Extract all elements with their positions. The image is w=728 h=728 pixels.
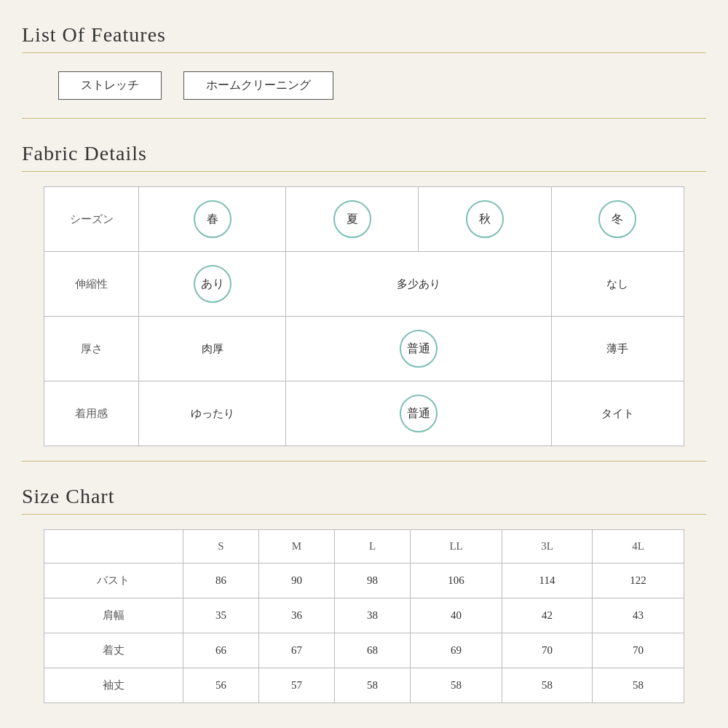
fabric-cell-fit-tight: タイト <box>551 381 684 446</box>
size-length-3l: 70 <box>502 633 592 668</box>
size-header-l: L <box>335 530 411 563</box>
features-section: List Of Features ストレッチ ホームクリーニング <box>22 15 706 119</box>
size-label-bust: バスト <box>44 563 183 598</box>
elasticity-circle: あり <box>194 265 232 303</box>
fabric-title: Fabric Details <box>22 133 706 171</box>
fabric-row-header-thickness: 厚さ <box>44 317 139 381</box>
size-divider <box>22 514 706 515</box>
size-row-bust: バスト 86 90 98 106 114 122 <box>44 563 684 598</box>
size-sleeve-l: 58 <box>335 668 411 703</box>
fabric-bottom-divider <box>22 461 706 462</box>
fabric-cell-fit-yuttari: ゆったり <box>139 381 286 446</box>
size-bust-l: 98 <box>335 563 411 598</box>
fabric-cell-elasticity-ari: あり <box>139 252 286 317</box>
size-length-l: 68 <box>335 633 411 668</box>
thickness-circle: 普通 <box>400 330 438 368</box>
size-label-shoulder: 肩幅 <box>44 598 183 633</box>
size-header-ll: LL <box>411 530 502 563</box>
fit-circle: 普通 <box>400 395 438 432</box>
size-sleeve-s: 56 <box>183 668 258 703</box>
fabric-section: Fabric Details シーズン 春 夏 秋 冬 <box>22 133 706 462</box>
size-title: Size Chart <box>22 476 706 514</box>
size-row-shoulder: 肩幅 35 36 38 40 42 43 <box>44 598 684 633</box>
size-shoulder-l: 38 <box>335 598 411 633</box>
fabric-row-header-season: シーズン <box>44 187 139 252</box>
fabric-row-thickness: 厚さ 肉厚 普通 薄手 <box>44 317 684 381</box>
bottom-text: At <box>22 718 706 728</box>
size-length-ll: 69 <box>411 633 502 668</box>
size-shoulder-s: 35 <box>183 598 258 633</box>
features-tags-container: ストレッチ ホームクリーニング <box>22 53 706 118</box>
features-divider-bottom <box>22 118 706 119</box>
size-bust-4l: 122 <box>593 563 684 598</box>
size-bust-ll: 106 <box>411 563 502 598</box>
size-sleeve-4l: 58 <box>593 668 684 703</box>
feature-tag-cleaning: ホームクリーニング <box>183 71 333 100</box>
season-winter-circle: 冬 <box>598 200 636 238</box>
feature-tag-stretch: ストレッチ <box>58 71 162 100</box>
fabric-cell-winter: 冬 <box>551 187 684 252</box>
size-header-m: M <box>258 530 334 563</box>
size-label-length: 着丈 <box>44 633 183 668</box>
size-shoulder-4l: 43 <box>593 598 684 633</box>
size-shoulder-m: 36 <box>258 598 334 633</box>
size-label-sleeve: 袖丈 <box>44 668 183 703</box>
fabric-cell-thickness-usute: 薄手 <box>551 317 684 381</box>
fabric-cell-fit-futsu: 普通 <box>286 381 552 446</box>
season-autumn-circle: 秋 <box>466 200 504 238</box>
fabric-cell-elasticity-nashi: なし <box>551 252 684 317</box>
fabric-row-elasticity: 伸縮性 あり 多少あり なし <box>44 252 684 317</box>
size-header-4l: 4L <box>593 530 684 563</box>
size-table: S M L LL 3L 4L バスト 86 90 98 106 114 122 … <box>44 529 684 703</box>
fabric-cell-summer: 夏 <box>286 187 419 252</box>
fabric-table: シーズン 春 夏 秋 冬 伸縮性 あり 多少あ <box>44 186 684 446</box>
size-header-row: S M L LL 3L 4L <box>44 530 684 563</box>
size-header-3l: 3L <box>502 530 592 563</box>
fabric-row-fit: 着用感 ゆったり 普通 タイト <box>44 381 684 446</box>
size-bust-m: 90 <box>258 563 334 598</box>
fabric-cell-elasticity-tasho: 多少あり <box>286 252 552 317</box>
size-header-s: S <box>183 530 258 563</box>
size-length-4l: 70 <box>593 633 684 668</box>
size-bust-s: 86 <box>183 563 258 598</box>
fabric-cell-autumn: 秋 <box>419 187 551 252</box>
fabric-divider <box>22 171 706 172</box>
size-section: Size Chart S M L LL 3L 4L バスト 86 90 98 1… <box>22 476 706 703</box>
fabric-row-season: シーズン 春 夏 秋 冬 <box>44 187 684 252</box>
fabric-cell-thickness-futsu: 普通 <box>286 317 552 381</box>
size-length-m: 67 <box>258 633 334 668</box>
season-summer-circle: 夏 <box>333 200 371 238</box>
fabric-row-header-elasticity: 伸縮性 <box>44 252 139 317</box>
fabric-cell-spring: 春 <box>139 187 286 252</box>
size-shoulder-3l: 42 <box>502 598 592 633</box>
fabric-cell-thickness-nikuatsu: 肉厚 <box>139 317 286 381</box>
size-header-empty <box>44 530 183 563</box>
features-title: List Of Features <box>22 15 706 52</box>
size-sleeve-m: 57 <box>258 668 334 703</box>
size-shoulder-ll: 40 <box>411 598 502 633</box>
size-sleeve-3l: 58 <box>502 668 592 703</box>
size-row-sleeve: 袖丈 56 57 58 58 58 58 <box>44 668 684 703</box>
size-sleeve-ll: 58 <box>411 668 502 703</box>
season-spring-circle: 春 <box>194 200 232 238</box>
fabric-row-header-fit: 着用感 <box>44 381 139 446</box>
size-row-length: 着丈 66 67 68 69 70 70 <box>44 633 684 668</box>
size-bust-3l: 114 <box>502 563 592 598</box>
size-length-s: 66 <box>183 633 258 668</box>
